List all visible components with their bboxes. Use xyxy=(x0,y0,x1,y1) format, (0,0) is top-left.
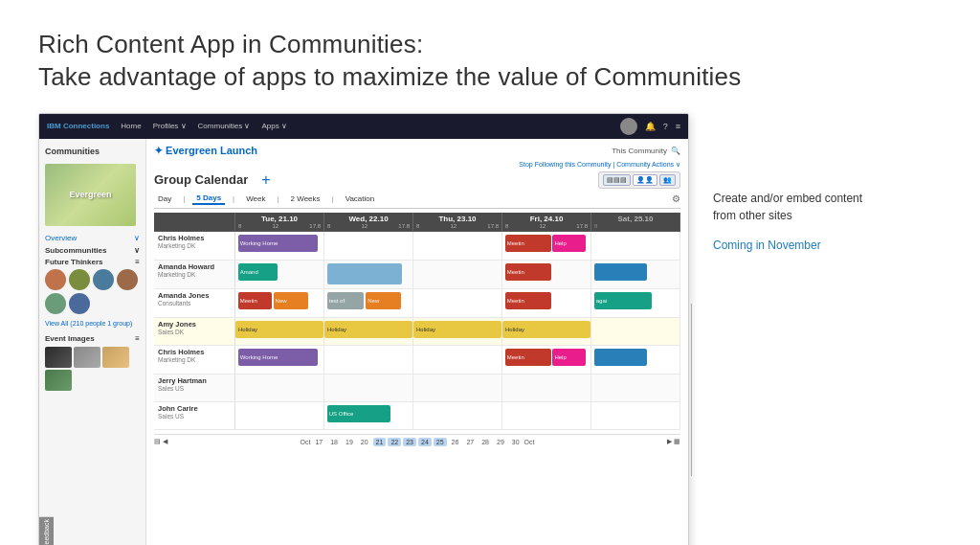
cal-footer-date[interactable]: 30 xyxy=(509,438,523,446)
nav-item-apps[interactable]: Apps ∨ xyxy=(262,122,287,130)
calendar-event[interactable]: Working Home xyxy=(238,349,318,366)
sidebar-avatar-3[interactable] xyxy=(93,269,114,290)
calendar-event[interactable] xyxy=(594,263,647,281)
cal-cell[interactable] xyxy=(502,375,591,401)
add-event-button[interactable]: + xyxy=(261,171,270,189)
cal-tab-day[interactable]: Day xyxy=(154,193,175,204)
settings-icon[interactable]: ⚙ xyxy=(672,193,680,204)
cal-cell[interactable] xyxy=(235,375,324,401)
community-name[interactable]: ✦ Evergreen Launch xyxy=(154,145,257,157)
nav-avatar[interactable] xyxy=(620,118,637,135)
cal-tab-vacation[interactable]: Vacation xyxy=(342,193,379,204)
cal-cell[interactable] xyxy=(413,289,502,317)
cal-footer-date[interactable]: 25 xyxy=(434,438,447,446)
cal-footer-date[interactable]: 21 xyxy=(373,438,387,446)
sidebar-avatar-6[interactable] xyxy=(69,293,90,314)
calendar-event[interactable]: Meetin xyxy=(505,292,551,309)
cal-cell[interactable] xyxy=(324,232,413,260)
next-month-label[interactable]: Oct xyxy=(524,439,535,445)
stop-following-link[interactable]: Stop Following this Community xyxy=(519,161,611,168)
calendar-event[interactable]: Meetin xyxy=(505,263,551,281)
cal-footer-date[interactable]: 18 xyxy=(327,438,341,446)
sidebar-avatar-2[interactable] xyxy=(69,269,90,290)
cal-cell[interactable]: Amand xyxy=(235,261,324,288)
help-icon[interactable]: ? xyxy=(663,122,668,131)
cal-cell[interactable]: Meetin xyxy=(502,289,591,317)
calendar-event[interactable]: Meetin xyxy=(238,292,272,309)
calendar-event[interactable] xyxy=(594,349,647,366)
cal-cell[interactable]: test of New xyxy=(324,289,413,317)
cal-cell[interactable]: Holiday xyxy=(235,318,324,345)
cal-footer-date[interactable]: 19 xyxy=(343,438,356,446)
cal-footer-date[interactable]: 24 xyxy=(418,438,432,446)
cal-cell[interactable]: US Office xyxy=(324,402,413,429)
event-thumb-2[interactable] xyxy=(74,347,100,368)
cal-cell[interactable]: Holiday xyxy=(413,318,502,345)
cal-footer-date[interactable]: 27 xyxy=(463,438,477,446)
nav-item-profiles[interactable]: Profiles ∨ xyxy=(153,122,187,130)
cal-cell[interactable] xyxy=(591,346,680,374)
calendar-event[interactable]: Help xyxy=(552,235,586,252)
sidebar-view-all[interactable]: View All (210 people 1 group) xyxy=(45,320,140,327)
cal-cell[interactable] xyxy=(413,261,502,288)
calendar-event[interactable]: US Office xyxy=(327,405,390,422)
calendar-event-holiday[interactable]: Holiday xyxy=(324,321,412,338)
cal-cell[interactable] xyxy=(591,402,680,429)
cal-cell[interactable] xyxy=(413,375,502,401)
search-icon[interactable]: 🔍 xyxy=(671,147,680,155)
cal-cell[interactable] xyxy=(502,402,591,429)
cal-cell[interactable]: Meetin Help xyxy=(502,346,591,374)
cal-cell[interactable] xyxy=(413,402,502,429)
sidebar-avatar-1[interactable] xyxy=(45,269,66,290)
event-thumb-1[interactable] xyxy=(45,347,72,368)
calendar-event[interactable]: test of xyxy=(327,292,365,309)
calendar-event[interactable] xyxy=(327,263,402,284)
calendar-event[interactable]: Meetin xyxy=(505,235,551,252)
calendar-event[interactable]: Meetin xyxy=(505,349,551,366)
nav-item-communities[interactable]: Communities ∨ xyxy=(198,122,251,130)
cal-tab-2weeks[interactable]: 2 Weeks xyxy=(287,193,324,204)
calendar-event-holiday[interactable]: Holiday xyxy=(413,321,501,338)
view-btn-group[interactable]: 👥 xyxy=(659,174,676,186)
user-menu-icon[interactable]: ≡ xyxy=(676,122,680,131)
cal-footer-date[interactable]: 20 xyxy=(358,438,371,446)
calendar-event[interactable]: agai xyxy=(594,292,652,309)
cal-cell[interactable]: Working Home xyxy=(235,346,324,374)
cal-cell[interactable]: Working Home xyxy=(235,232,324,260)
cal-footer-controls-left[interactable]: ▤ ◀ xyxy=(154,438,167,445)
sidebar-overview[interactable]: Overview ∨ xyxy=(45,234,140,242)
calendar-event[interactable]: Help xyxy=(552,349,586,366)
cal-cell[interactable] xyxy=(235,402,324,429)
coming-november-link[interactable]: Coming in November xyxy=(713,238,821,252)
cal-cell[interactable] xyxy=(591,232,680,260)
cal-footer-date[interactable]: 17 xyxy=(312,438,325,446)
cal-cell[interactable] xyxy=(591,318,680,345)
cal-cell[interactable] xyxy=(324,346,413,374)
prev-month-label[interactable]: Oct xyxy=(301,439,311,445)
cal-cell[interactable] xyxy=(324,261,413,288)
cal-tab-5days[interactable]: 5 Days xyxy=(192,193,225,205)
cal-footer-date[interactable]: 22 xyxy=(388,438,401,446)
sidebar-subcommunities[interactable]: Subcommunities ∨ xyxy=(45,246,140,255)
cal-cell[interactable]: Holiday xyxy=(502,318,591,345)
sidebar-avatar-4[interactable] xyxy=(117,269,138,290)
calendar-event-holiday[interactable]: Holiday xyxy=(235,321,323,338)
calendar-event[interactable]: Working Home xyxy=(238,235,318,252)
cal-cell[interactable] xyxy=(324,375,413,401)
event-thumb-3[interactable] xyxy=(102,347,129,368)
this-community-select[interactable]: This Community xyxy=(612,147,667,155)
sidebar-avatar-5[interactable] xyxy=(45,293,66,314)
calendar-event[interactable]: New xyxy=(274,292,309,309)
cal-footer-date[interactable]: 28 xyxy=(479,438,492,446)
cal-cell[interactable]: Meetin Help xyxy=(502,232,591,260)
calendar-event[interactable]: New xyxy=(366,292,401,309)
cal-footer-controls-right[interactable]: ▶ ▦ xyxy=(667,438,680,445)
cal-cell[interactable]: Holiday xyxy=(324,318,413,345)
cal-cell[interactable] xyxy=(413,232,502,260)
nav-item-home[interactable]: Home xyxy=(121,122,141,130)
community-actions-link[interactable]: Community Actions ∨ xyxy=(616,161,680,168)
cal-footer-date[interactable]: 29 xyxy=(494,438,507,446)
calendar-event-holiday[interactable]: Holiday xyxy=(502,321,590,338)
cal-cell[interactable]: Meetin New xyxy=(235,289,324,317)
cal-cell[interactable]: Meetin xyxy=(502,261,591,288)
